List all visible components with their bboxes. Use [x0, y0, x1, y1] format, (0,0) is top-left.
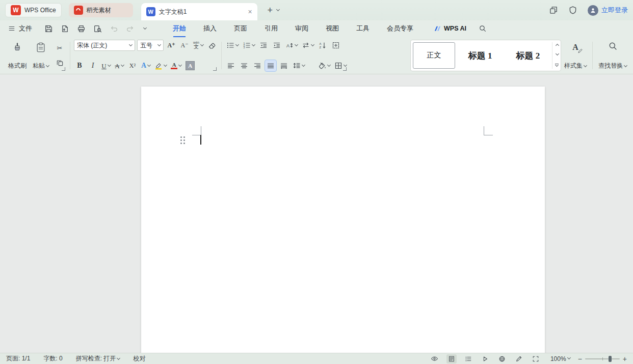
- toolbar-more-icon[interactable]: [143, 25, 147, 29]
- font-color-button[interactable]: A: [170, 60, 182, 71]
- phonetic-guide-button[interactable]: wén文: [192, 40, 204, 51]
- dialog-launcher-icon[interactable]: [62, 67, 65, 71]
- style-set-button[interactable]: A 样式集: [562, 40, 589, 71]
- increase-indent-button[interactable]: [271, 40, 282, 51]
- tab-reference[interactable]: 引用: [265, 24, 278, 33]
- tab-tools[interactable]: 工具: [356, 24, 370, 33]
- tab-review[interactable]: 审阅: [295, 24, 308, 33]
- save-icon[interactable]: [44, 24, 53, 33]
- paste-button[interactable]: 粘贴: [30, 40, 52, 71]
- quick-access-toolbar: [44, 24, 146, 33]
- styles-scroll-up-icon[interactable]: [556, 44, 559, 47]
- zoom-slider[interactable]: − +: [578, 355, 627, 362]
- spellcheck-toggle[interactable]: 拼写检查: 打开: [76, 354, 120, 363]
- protect-center-icon[interactable]: [568, 6, 577, 15]
- print-icon[interactable]: [77, 24, 86, 33]
- export-pdf-icon[interactable]: [61, 24, 69, 33]
- bullet-list-button[interactable]: [225, 40, 240, 51]
- distribute-button[interactable]: [278, 60, 289, 71]
- asian-layout-button[interactable]: [301, 40, 315, 51]
- char-shading-button[interactable]: A: [184, 60, 196, 71]
- style-heading-1[interactable]: 标题 1: [455, 42, 506, 69]
- tab-view[interactable]: 视图: [326, 24, 339, 33]
- shrink-font-button[interactable]: A⁻: [179, 40, 190, 51]
- line-spacing-button[interactable]: [292, 60, 306, 71]
- shading-button[interactable]: [317, 60, 331, 71]
- dialog-launcher-icon[interactable]: [343, 67, 347, 71]
- style-body-text[interactable]: 正文: [413, 42, 455, 69]
- tab-home[interactable]: 开始: [173, 24, 186, 33]
- login-button[interactable]: 立即登录: [588, 5, 628, 16]
- app-menu-button[interactable]: W WPS Office: [5, 3, 62, 17]
- zoom-level[interactable]: 100%: [550, 355, 570, 362]
- page-indicator[interactable]: 页面: 1/1: [6, 354, 30, 363]
- styles-gallery: 正文 标题 1 标题 2: [410, 40, 561, 71]
- styles-more-icon[interactable]: [555, 64, 559, 67]
- svg-text:A: A: [319, 42, 321, 45]
- underline-button[interactable]: U: [100, 60, 112, 71]
- print-preview-icon[interactable]: [93, 24, 102, 33]
- find-replace-button[interactable]: 查找替换: [596, 40, 629, 71]
- new-tab-dropdown-icon[interactable]: [276, 7, 280, 11]
- window-manage-icon[interactable]: [549, 6, 558, 15]
- numbered-list-button[interactable]: 1 2 3: [242, 40, 256, 51]
- search-icon[interactable]: [479, 24, 487, 33]
- close-tab-icon[interactable]: ×: [248, 8, 252, 15]
- svg-text:A: A: [286, 43, 289, 48]
- document-area[interactable]: [0, 75, 633, 353]
- document-page[interactable]: [141, 87, 545, 353]
- text-adjust-button[interactable]: A: [284, 40, 299, 51]
- web-layout-button[interactable]: [497, 354, 507, 363]
- proofread-button[interactable]: 校对: [133, 354, 145, 363]
- bold-button[interactable]: B: [74, 60, 85, 71]
- zoom-slider-thumb[interactable]: [609, 356, 612, 362]
- justify-button[interactable]: [265, 60, 276, 71]
- tab-page[interactable]: 页面: [234, 24, 247, 33]
- dialog-launcher-icon[interactable]: [213, 67, 217, 71]
- ink-annotate-button[interactable]: [514, 354, 524, 363]
- fullscreen-play-button[interactable]: [480, 354, 490, 363]
- tab-document-active[interactable]: W 文字文稿1 ×: [141, 3, 257, 20]
- format-painter-button[interactable]: 格式刷: [6, 40, 29, 71]
- wps-ai-button[interactable]: WPS AI: [434, 25, 466, 33]
- style-heading-2[interactable]: 标题 2: [505, 42, 550, 69]
- justify-icon: [267, 62, 275, 70]
- format-painter-label: 格式刷: [8, 62, 27, 70]
- decrease-indent-button[interactable]: [258, 40, 269, 51]
- highlight-button[interactable]: [153, 60, 168, 71]
- strikethrough-button[interactable]: A: [114, 60, 125, 71]
- wps-ai-icon: [434, 25, 441, 33]
- zoom-out-icon[interactable]: −: [578, 355, 582, 362]
- italic-button[interactable]: I: [87, 60, 98, 71]
- paragraph-drag-handle-icon[interactable]: [180, 136, 185, 144]
- align-left-button[interactable]: [225, 60, 236, 71]
- tab-docer[interactable]: 稻壳素材: [69, 3, 133, 17]
- outline-view-button[interactable]: [463, 354, 473, 363]
- zoom-in-icon[interactable]: +: [623, 355, 627, 362]
- text-effects-button[interactable]: A: [140, 60, 151, 71]
- file-menu-button[interactable]: 文件: [8, 24, 32, 33]
- font-name-select[interactable]: 宋体 (正文): [74, 40, 135, 51]
- redo-icon[interactable]: [126, 24, 135, 33]
- clear-format-button[interactable]: [206, 40, 218, 51]
- decrease-indent-icon: [259, 41, 268, 49]
- sort-button[interactable]: A Z: [317, 40, 328, 51]
- cut-button[interactable]: ✂: [54, 43, 65, 54]
- new-tab-button[interactable]: +: [265, 5, 276, 16]
- paragraph-layout-button[interactable]: [330, 40, 341, 51]
- tab-membership[interactable]: 会员专享: [387, 24, 413, 33]
- tab-insert[interactable]: 插入: [203, 24, 217, 33]
- font-size-select[interactable]: 五号: [137, 40, 164, 51]
- word-count[interactable]: 字数: 0: [43, 354, 62, 363]
- align-center-button[interactable]: [239, 60, 250, 71]
- fit-window-button[interactable]: [531, 354, 541, 363]
- superscript-button[interactable]: X²: [127, 60, 138, 71]
- styles-scroll-down-icon[interactable]: [556, 52, 559, 55]
- eye-protect-button[interactable]: [430, 354, 440, 363]
- grow-font-button[interactable]: A⁺: [166, 40, 177, 51]
- page-view-button[interactable]: [446, 354, 457, 363]
- undo-icon[interactable]: [110, 24, 118, 33]
- margin-mark-top-left: [192, 126, 201, 135]
- zoom-slider-track[interactable]: [585, 358, 620, 359]
- align-right-button[interactable]: [252, 60, 263, 71]
